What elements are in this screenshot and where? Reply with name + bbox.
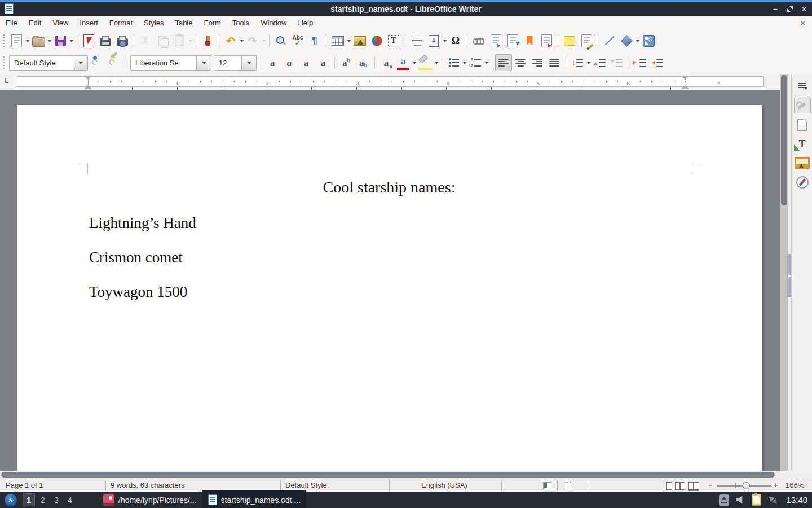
strikethrough-button[interactable]: a xyxy=(315,54,332,71)
vertical-scrollbar-thumb[interactable] xyxy=(781,75,787,205)
horizontal-ruler[interactable]: L 1 2 3 4 5 6 7 xyxy=(0,74,780,90)
clone-formatting-button[interactable] xyxy=(199,32,216,49)
network-disconnected-icon[interactable]: × xyxy=(768,495,779,505)
zoom-slider-handle[interactable] xyxy=(743,482,750,489)
bullet-list-button[interactable] xyxy=(445,54,462,71)
numbered-list-dropdown[interactable] xyxy=(484,54,489,71)
zoom-level-status[interactable]: 166% xyxy=(785,481,804,489)
basic-shapes-dropdown[interactable] xyxy=(635,32,640,49)
volume-icon[interactable] xyxy=(736,496,745,504)
align-right-button[interactable] xyxy=(529,54,546,71)
subscript-button[interactable]: ab xyxy=(355,54,372,71)
paragraph[interactable]: Crismon comet xyxy=(89,249,183,266)
decrease-paragraph-spacing-button[interactable] xyxy=(608,54,625,71)
undo-button[interactable]: ↶ xyxy=(222,32,239,49)
sidebar-tab-navigator[interactable] xyxy=(795,174,810,190)
paragraph[interactable]: Toywagon 1500 xyxy=(89,283,187,301)
sidebar-settings-button[interactable] xyxy=(795,77,810,93)
document-page[interactable]: Cool starship names: Lightning’s Hand Cr… xyxy=(17,105,762,471)
insert-image-button[interactable] xyxy=(351,32,368,49)
save-button[interactable] xyxy=(52,32,69,49)
insert-field-dropdown[interactable] xyxy=(442,32,447,49)
insert-table-dropdown[interactable] xyxy=(346,32,351,49)
menu-form[interactable]: Form xyxy=(198,17,226,29)
insert-bookmark-button[interactable]: ★ xyxy=(521,32,538,49)
horizontal-scrollbar-thumb[interactable] xyxy=(1,472,775,478)
menu-insert[interactable]: Insert xyxy=(74,17,104,29)
workspace-4-button[interactable]: 4 xyxy=(64,494,76,506)
word-count-status[interactable]: 9 words, 63 characters xyxy=(111,481,185,489)
taskbar-window-writer[interactable]: startship_names.odt ... xyxy=(202,490,307,508)
multi-page-view-button[interactable] xyxy=(675,482,685,490)
menu-table[interactable]: Table xyxy=(169,17,198,29)
new-document-button[interactable] xyxy=(8,32,25,49)
restore-button[interactable] xyxy=(787,6,793,12)
line-spacing-dropdown[interactable] xyxy=(586,54,591,71)
align-center-button[interactable] xyxy=(512,54,529,71)
menu-edit[interactable]: Edit xyxy=(23,17,47,29)
insert-hyperlink-button[interactable] xyxy=(470,32,487,49)
menu-help[interactable]: Help xyxy=(292,17,319,29)
copy-button[interactable] xyxy=(154,32,171,49)
paragraph-style-combobox[interactable]: Default Style xyxy=(9,55,88,71)
ruler-bar[interactable]: 1 2 3 4 5 6 7 xyxy=(17,76,764,87)
paste-dropdown[interactable] xyxy=(188,32,193,49)
font-name-combobox[interactable]: Liberation Se xyxy=(130,55,211,71)
increase-paragraph-spacing-button[interactable] xyxy=(591,54,608,71)
highlight-color-button[interactable] xyxy=(417,54,434,71)
save-dropdown[interactable] xyxy=(69,32,74,49)
toolbar-grip[interactable] xyxy=(3,34,5,47)
menu-file[interactable]: File xyxy=(0,17,23,29)
workspace-3-button[interactable]: 3 xyxy=(51,494,62,506)
removable-media-icon[interactable] xyxy=(719,494,729,506)
bullet-list-dropdown[interactable] xyxy=(462,54,467,71)
single-page-view-button[interactable] xyxy=(666,482,672,490)
export-pdf-button[interactable] xyxy=(80,32,97,49)
new-style-button[interactable] xyxy=(106,54,123,71)
track-changes-button[interactable] xyxy=(578,32,595,49)
font-color-dropdown[interactable] xyxy=(412,54,417,71)
line-spacing-button[interactable]: ↕ xyxy=(569,54,586,71)
clipboard-manager-icon[interactable] xyxy=(752,494,761,506)
toolbar-grip[interactable] xyxy=(3,56,5,69)
paragraph[interactable]: Lightning’s Hand xyxy=(89,214,196,232)
insert-comment-button[interactable] xyxy=(561,32,578,49)
cut-button[interactable] xyxy=(137,32,154,49)
align-justify-button[interactable] xyxy=(546,54,563,71)
increase-indent-button[interactable] xyxy=(631,54,648,71)
formatting-marks-button[interactable]: ¶ xyxy=(306,32,323,49)
insert-chart-button[interactable] xyxy=(368,32,385,49)
insert-field-button[interactable]: # xyxy=(425,32,442,49)
language-status[interactable]: English (USA) xyxy=(421,481,467,489)
horizontal-scrollbar[interactable] xyxy=(0,471,780,479)
titlebar[interactable]: startship_names.odt - LibreOffice Writer… xyxy=(0,2,812,16)
clock[interactable]: 13:40 xyxy=(786,495,807,505)
taskbar-window-pictures[interactable]: /home/lynp/Pictures/... xyxy=(98,492,202,508)
insert-footnote-button[interactable] xyxy=(487,32,504,49)
insert-endnote-button[interactable] xyxy=(504,32,521,49)
superscript-button[interactable]: ab xyxy=(338,54,355,71)
print-button[interactable] xyxy=(97,32,114,49)
sidebar-tab-gallery[interactable] xyxy=(795,155,810,171)
minimize-button[interactable]: – xyxy=(773,5,778,13)
draw-functions-button[interactable] xyxy=(640,32,657,49)
font-size-dropdown[interactable] xyxy=(241,56,256,70)
page-count-status[interactable]: Page 1 of 1 xyxy=(6,481,43,489)
update-style-button[interactable] xyxy=(89,54,106,71)
special-character-button[interactable]: Ω xyxy=(447,32,464,49)
redo-dropdown[interactable] xyxy=(261,32,266,49)
decrease-indent-button[interactable] xyxy=(648,54,665,71)
highlight-color-dropdown[interactable] xyxy=(434,54,439,71)
left-indent-marker[interactable] xyxy=(84,81,92,89)
align-left-button[interactable] xyxy=(495,54,512,71)
new-document-dropdown[interactable] xyxy=(25,32,30,49)
insert-page-break-button[interactable] xyxy=(408,32,425,49)
right-indent-marker[interactable] xyxy=(681,81,689,89)
document-canvas[interactable]: Cool starship names: Lightning’s Hand Cr… xyxy=(0,90,780,471)
insert-table-button[interactable] xyxy=(329,32,346,49)
bold-button[interactable]: a xyxy=(264,54,281,71)
insert-cross-reference-button[interactable] xyxy=(538,32,555,49)
clear-formatting-button[interactable]: a× xyxy=(378,54,395,71)
insert-mode-icon[interactable] xyxy=(543,482,551,489)
menu-window[interactable]: Window xyxy=(255,17,292,29)
